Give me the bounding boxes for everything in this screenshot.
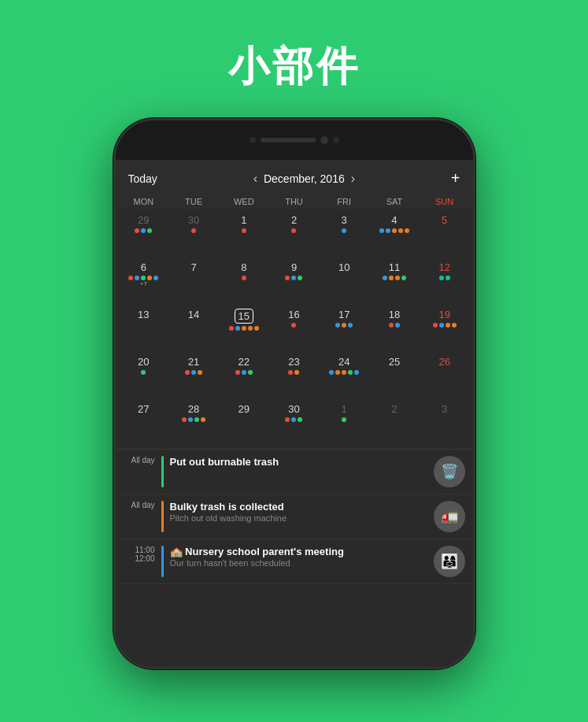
calendar-cell[interactable]: 3 <box>420 400 470 447</box>
event-title: 🏫 Nursery school parent's meeting <box>170 546 427 557</box>
calendar-header: Today ‹ December, 2016 › + <box>116 160 473 194</box>
day-header-fri: FRI <box>319 194 369 209</box>
calendar-cell[interactable]: 30 <box>168 211 219 258</box>
event-time: All day <box>124 456 155 465</box>
calendar-cell[interactable]: 28 <box>168 400 219 447</box>
calendar-cell[interactable]: 1 <box>219 211 269 258</box>
calendar-cell[interactable]: 13 <box>119 305 169 353</box>
calendar-cell[interactable]: 3 <box>319 211 369 258</box>
calendar-cell[interactable]: 2 <box>369 400 420 447</box>
next-month-button[interactable]: › <box>351 172 355 186</box>
add-event-button[interactable]: + <box>451 169 460 187</box>
phone-top-bar <box>116 120 473 160</box>
calendar-cell[interactable]: 2 <box>269 211 320 258</box>
calendar-cell[interactable]: 5 <box>420 211 470 258</box>
event-color-bar <box>161 456 164 487</box>
event-subtitle: Pitch out old washing machine <box>170 513 427 523</box>
event-color-bar <box>161 546 164 577</box>
calendar-cell[interactable]: 6+7 <box>119 258 169 305</box>
calendar-cell[interactable]: 27 <box>119 400 169 447</box>
calendar-cell[interactable]: 19 <box>420 305 470 353</box>
event-subtitle: Our turn hasn't been scheduled <box>170 558 427 568</box>
calendar-cell[interactable]: 20 <box>119 353 169 400</box>
month-label: December, 2016 <box>264 172 345 185</box>
event-list: All dayPut out burnable trash🗑️All dayBu… <box>116 449 473 667</box>
calendar-cell[interactable]: 16 <box>269 305 320 353</box>
event-title: Put out burnable trash <box>170 456 427 468</box>
event-avatar: 👨‍👩‍👧 <box>434 546 465 577</box>
calendar-cell[interactable]: 26 <box>420 353 470 400</box>
calendar-cell[interactable]: 24 <box>319 353 369 400</box>
event-title: Bulky trash is collected <box>170 501 427 513</box>
sensor-dot-2 <box>333 137 339 143</box>
phone-mockup: Today ‹ December, 2016 › + MON TUE WED T… <box>113 118 475 669</box>
event-content: Put out burnable trash <box>170 456 427 468</box>
calendar-cell[interactable]: 22 <box>219 353 269 400</box>
phone-frame: Today ‹ December, 2016 › + MON TUE WED T… <box>113 118 475 669</box>
speaker <box>261 138 316 143</box>
calendar-cell[interactable]: 8 <box>219 258 269 305</box>
calendar-nav: ‹ December, 2016 › <box>253 172 355 186</box>
event-color-bar <box>161 501 164 532</box>
event-content: 🏫 Nursery school parent's meetingOur tur… <box>170 546 427 568</box>
calendar-cell[interactable]: 17 <box>319 305 369 353</box>
calendar-cell[interactable]: 4 <box>369 211 420 258</box>
calendar-cell[interactable]: 21 <box>168 353 219 400</box>
page-title: 小部件 <box>228 39 361 94</box>
event-item[interactable]: 11:0012:00🏫 Nursery school parent's meet… <box>116 539 473 584</box>
calendar-cell[interactable]: 30 <box>269 400 320 447</box>
calendar-cell[interactable]: 14 <box>168 305 219 353</box>
calendar-grid: 2930123456+77891011121314151617181920212… <box>116 209 473 449</box>
day-headers: MON TUE WED THU FRI SAT SUN <box>116 194 473 209</box>
calendar-cell[interactable]: 15 <box>219 305 269 353</box>
day-header-thu: THU <box>269 194 320 209</box>
day-header-mon: MON <box>119 194 169 209</box>
event-item[interactable]: All dayBulky trash is collectedPitch out… <box>116 494 473 539</box>
calendar-cell[interactable]: 12 <box>420 258 470 305</box>
event-avatar: 🗑️ <box>434 456 465 487</box>
event-time-end: 12:00 <box>124 554 155 563</box>
event-time: 11:00 <box>124 546 155 554</box>
sensor-dot <box>250 137 256 143</box>
camera-area <box>250 136 339 144</box>
day-header-wed: WED <box>219 194 269 209</box>
day-header-sun: SUN <box>420 194 470 209</box>
calendar-cell[interactable]: 25 <box>369 353 420 400</box>
prev-month-button[interactable]: ‹ <box>253 172 257 186</box>
day-header-sat: SAT <box>369 194 420 209</box>
calendar-cell[interactable]: 18 <box>369 305 420 353</box>
day-header-tue: TUE <box>168 194 219 209</box>
calendar-cell[interactable]: 29 <box>119 211 169 258</box>
event-avatar: 🚛 <box>434 501 465 532</box>
today-button[interactable]: Today <box>128 172 157 185</box>
camera-dot <box>320 136 328 144</box>
calendar-cell[interactable]: 11 <box>369 258 420 305</box>
calendar-cell[interactable]: 7 <box>168 258 219 305</box>
calendar-cell[interactable]: 9 <box>269 258 320 305</box>
calendar-cell[interactable]: 23 <box>269 353 320 400</box>
event-time: All day <box>124 501 155 509</box>
event-item[interactable]: All dayPut out burnable trash🗑️ <box>116 450 473 494</box>
phone-screen: Today ‹ December, 2016 › + MON TUE WED T… <box>116 160 473 667</box>
calendar-cell[interactable]: 29 <box>219 400 269 447</box>
calendar-cell[interactable]: 1 <box>319 400 369 447</box>
calendar-cell[interactable]: 10 <box>319 258 369 305</box>
event-content: Bulky trash is collectedPitch out old wa… <box>170 501 427 523</box>
